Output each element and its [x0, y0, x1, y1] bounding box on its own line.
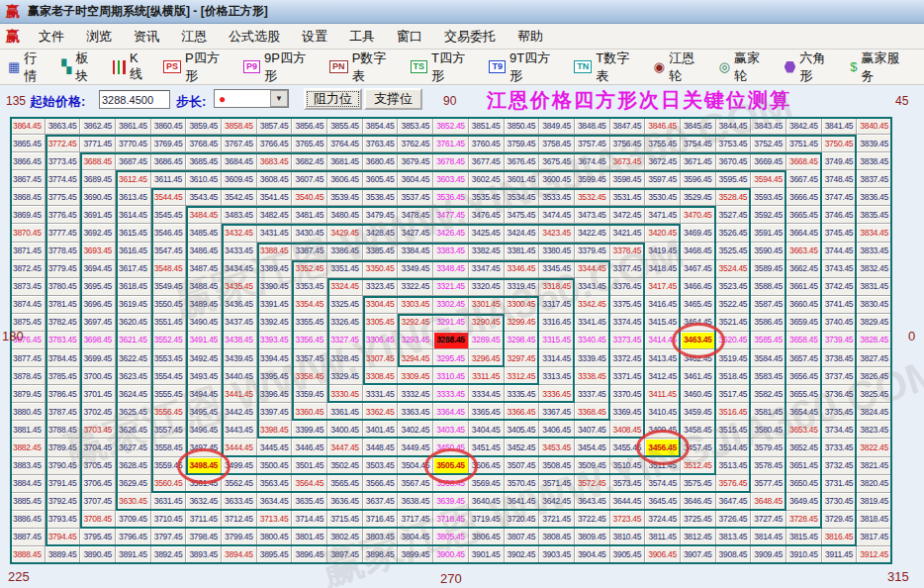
gann-cell: 3650.45 — [786, 475, 822, 493]
gann-cell: 3453.45 — [539, 439, 575, 456]
title-bar: 赢 赢家老子时空周期系统[纵横版] - [价格正方形] — [0, 0, 924, 24]
gann-square: 3864.453863.453862.453861.453860.453859.… — [10, 117, 892, 564]
gann-cell: 3728.45 — [786, 511, 822, 529]
gann-cell: 3367.45 — [539, 403, 575, 421]
gann-cell: 3478.45 — [398, 206, 433, 224]
menu-item[interactable]: 资讯 — [134, 28, 159, 46]
step-dropdown[interactable]: ● ▼ — [214, 89, 289, 108]
toolbar-button[interactable]: TNT数字表 — [574, 49, 640, 85]
gann-cell: 3485.45 — [186, 224, 222, 242]
menu-item[interactable]: 浏览 — [86, 28, 112, 46]
gann-cell: 3619.45 — [116, 296, 151, 314]
gann-cell: 3524.45 — [716, 260, 752, 278]
gann-cell: 3813.45 — [716, 529, 752, 546]
menu-item[interactable]: 帮助 — [517, 28, 543, 46]
gann-cell: 3398.45 — [257, 421, 293, 439]
toolbar: ▦行情▚板块K线PSP四方形P99P四方形PNP数字表TST四方形T99T四方形… — [0, 49, 924, 85]
start-price-input[interactable] — [99, 90, 170, 109]
gann-cell: 3786.45 — [46, 385, 81, 403]
gann-cell: 3818.45 — [857, 511, 892, 529]
toolbar-button[interactable]: ▚板块 — [61, 49, 100, 85]
toolbar-button[interactable]: ▦行情 — [8, 49, 48, 85]
dollar-icon: $ — [850, 60, 857, 73]
gann-cell: 3871.45 — [10, 243, 46, 260]
menu-item[interactable]: 交易委托 — [444, 28, 496, 46]
gann-cell: 3595.45 — [716, 170, 752, 188]
toolbar-button[interactable]: ◎赢家轮 — [719, 49, 772, 85]
gann-cell: 3864.45 — [10, 117, 46, 135]
gann-cell: 3498.45 — [186, 457, 222, 475]
gann-cell: 3319.45 — [505, 278, 540, 296]
gann-cell: 3389.45 — [257, 260, 293, 278]
gann-cell: 3563.45 — [257, 475, 293, 493]
menu-item[interactable]: 窗口 — [397, 28, 422, 46]
gann-cell: 3826.45 — [857, 367, 892, 385]
gann-cell: 3865.45 — [10, 135, 46, 152]
gann-cell: 3350.45 — [363, 260, 399, 278]
toolbar-button[interactable]: $赢家服务 — [850, 49, 911, 85]
gann-cell: 3468.45 — [681, 243, 716, 260]
gann-cell: 3412.45 — [645, 367, 681, 385]
toolbar-button[interactable]: PNP数字表 — [329, 49, 397, 85]
p9-badge-icon: P9 — [243, 60, 260, 73]
blocks-icon: ▚ — [61, 60, 71, 73]
gann-cell: 3802.45 — [327, 529, 363, 546]
toolbar-label: 9P四方形 — [264, 49, 317, 85]
toolbar-button[interactable]: TST四方形 — [411, 49, 477, 85]
toolbar-button[interactable]: 六角形 — [785, 49, 838, 85]
gann-cell: 3869.45 — [10, 206, 46, 224]
gann-cell: 3422.45 — [575, 224, 610, 242]
gann-cell: 3312.45 — [505, 367, 540, 385]
gann-cell: 3363.45 — [398, 403, 433, 421]
gann-cell: 3401.45 — [363, 421, 399, 439]
gann-cell: 3294.45 — [398, 349, 433, 367]
gann-cell: 3743.45 — [822, 260, 858, 278]
toolbar-button[interactable]: K线 — [113, 50, 150, 83]
gann-cell: 3554.45 — [151, 367, 187, 385]
gann-cell: 3528.45 — [716, 188, 752, 206]
menu-item[interactable]: 江恩 — [181, 28, 207, 46]
gann-cell: 3892.45 — [151, 546, 187, 564]
toolbar-button[interactable]: PSP四方形 — [163, 49, 231, 85]
gann-cell: 3808.45 — [539, 529, 575, 546]
menu-item[interactable]: 工具 — [349, 28, 375, 46]
gann-cell: 3911.45 — [822, 546, 858, 564]
chevron-down-icon[interactable]: ▼ — [270, 90, 288, 107]
gann-cell: 3587.45 — [751, 296, 786, 314]
gann-cell: 3715.45 — [327, 511, 363, 529]
gann-cell: 3679.45 — [398, 152, 433, 170]
gann-cell: 3891.45 — [116, 546, 151, 564]
gann-cell: 3727.45 — [751, 511, 786, 529]
gann-cell: 3508.45 — [539, 457, 575, 475]
gann-cell: 3905.45 — [610, 546, 646, 564]
gann-cell: 3885.45 — [10, 493, 46, 511]
toolbar-button[interactable]: P99P四方形 — [243, 49, 317, 85]
gann-cell: 3810.45 — [610, 529, 646, 546]
gann-cell: 3456.45 — [645, 439, 681, 456]
gann-cell: 3402.45 — [398, 421, 433, 439]
red-dot-icon: ● — [219, 92, 226, 106]
gann-cell: 3785.45 — [46, 367, 81, 385]
toolbar-button[interactable]: ◉江恩轮 — [654, 49, 706, 85]
gann-cell: 3531.45 — [610, 188, 646, 206]
gann-cell: 3675.45 — [539, 152, 575, 170]
toolbar-button[interactable]: T99T四方形 — [489, 49, 561, 85]
menu-item[interactable]: 文件 — [39, 28, 64, 46]
gann-cell: 3721.45 — [539, 511, 575, 529]
menu-item[interactable]: 设置 — [302, 28, 327, 46]
gann-cell: 3815.45 — [786, 529, 822, 546]
gann-cell: 3639.45 — [433, 493, 469, 511]
resistance-button[interactable]: 阻力位 — [304, 88, 362, 110]
gann-cell: 3547.45 — [151, 243, 187, 260]
menu-item[interactable]: 公式选股 — [229, 28, 280, 46]
gann-cell: 3780.45 — [46, 278, 81, 296]
gann-cell: 3747.45 — [822, 188, 858, 206]
gann-cell: 3858.45 — [222, 117, 257, 135]
toolbar-label: T四方形 — [431, 49, 476, 85]
gann-cell: 3841.45 — [822, 117, 858, 135]
gann-cell: 3779.45 — [46, 260, 81, 278]
gann-cell: 3616.45 — [116, 243, 151, 260]
gann-cell: 3328.45 — [327, 349, 363, 367]
support-button[interactable]: 支撑位 — [364, 88, 422, 110]
gann-cell: 3479.45 — [363, 206, 399, 224]
